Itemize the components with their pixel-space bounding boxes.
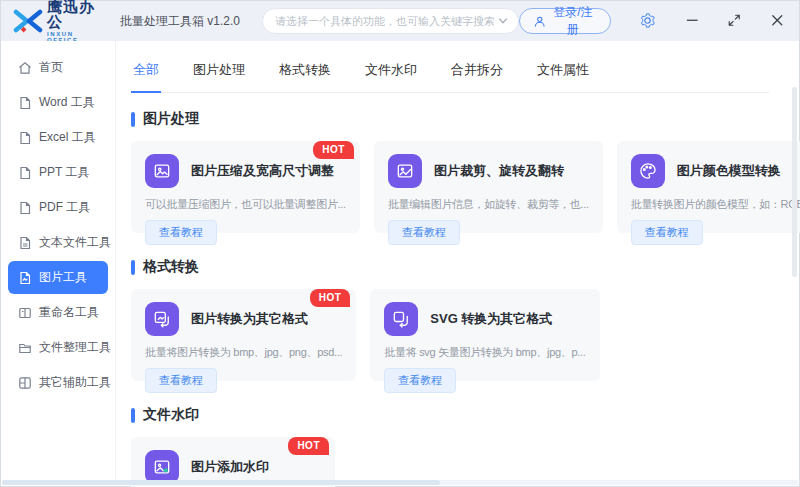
sidebar-item-label: Excel 工具 bbox=[39, 129, 96, 146]
section-accent-bar bbox=[131, 112, 135, 127]
sidebar-item-label: 首页 bbox=[39, 59, 63, 76]
tool-description: 批量将图片转换为 bmp、jpg、png、psd... bbox=[145, 345, 342, 360]
word-doc-icon bbox=[18, 96, 32, 110]
card-grid: HOT 图片转换为其它格式 批量将图片转换为 bmp、jpg、png、psd..… bbox=[131, 289, 771, 381]
tool-card-image-crop-rotate-flip[interactable]: 图片裁剪、旋转及翻转 批量编辑图片信息，如旋转、裁剪等，也... 查看教程 bbox=[374, 141, 603, 233]
tab-merge-split[interactable]: 合并拆分 bbox=[449, 51, 505, 93]
rename-icon bbox=[18, 306, 32, 320]
sidebar-item-home[interactable]: 首页 bbox=[8, 51, 108, 84]
tool-title: 图片压缩及宽高尺寸调整 bbox=[191, 162, 334, 180]
tool-card-image-convert[interactable]: HOT 图片转换为其它格式 批量将图片转换为 bmp、jpg、png、psd..… bbox=[131, 289, 356, 381]
section-title-text: 格式转换 bbox=[143, 258, 199, 276]
section-title-text: 文件水印 bbox=[143, 406, 199, 424]
tab-file-watermark[interactable]: 文件水印 bbox=[363, 51, 419, 93]
sidebar-item-pdf-tools[interactable]: PDF 工具 bbox=[8, 191, 108, 224]
hot-badge: HOT bbox=[288, 437, 329, 455]
tab-file-properties[interactable]: 文件属性 bbox=[535, 51, 591, 93]
hot-badge: HOT bbox=[310, 289, 351, 307]
section-accent-bar bbox=[131, 260, 135, 275]
tool-description: 批量转换图片的颜色模型，如：RGB、CM... bbox=[631, 197, 800, 212]
login-register-button[interactable]: 登录/注册 bbox=[519, 8, 611, 34]
tool-description: 可以批量压缩图片，也可以批量调整图片... bbox=[145, 197, 346, 212]
sidebar-item-ppt-tools[interactable]: PPT 工具 bbox=[8, 156, 108, 189]
folder-icon bbox=[18, 341, 32, 355]
settings-button[interactable] bbox=[639, 12, 656, 30]
brand: 鹰迅办公 INXUN OFFICE bbox=[47, 0, 108, 43]
pdf-doc-icon bbox=[18, 201, 32, 215]
tool-title: 图片添加水印 bbox=[191, 458, 269, 476]
tool-card-image-color-model[interactable]: 图片颜色模型转换 批量转换图片的颜色模型，如：RGB、CM... 查看教程 bbox=[617, 141, 800, 233]
category-tabbar: 全部 图片处理 格式转换 文件水印 合并拆分 文件属性 bbox=[131, 51, 769, 93]
svg-convert-icon bbox=[384, 302, 418, 336]
palette-icon bbox=[631, 154, 665, 188]
image-tools-icon bbox=[18, 271, 32, 285]
search-input[interactable] bbox=[275, 15, 498, 27]
view-tutorial-button[interactable]: 查看教程 bbox=[384, 368, 456, 393]
sidebar-item-label: 重命名工具 bbox=[39, 304, 99, 321]
app-window: 鹰迅办公 INXUN OFFICE 批量处理工具箱 v1.2.0 登录/注册 bbox=[0, 0, 800, 487]
sidebar-item-word-tools[interactable]: Word 工具 bbox=[8, 86, 108, 119]
tool-card-svg-convert[interactable]: SVG 转换为其它格式 批量将 svg 矢量图片转换为 bmp、jpg、p...… bbox=[370, 289, 599, 381]
hot-badge: HOT bbox=[313, 141, 354, 159]
home-icon bbox=[18, 61, 32, 75]
inxun-logo-icon bbox=[13, 8, 43, 34]
horizontal-scrollbar-track[interactable] bbox=[2, 480, 798, 485]
sidebar-item-label: Word 工具 bbox=[39, 94, 95, 111]
close-button[interactable] bbox=[771, 14, 784, 28]
sidebar-item-image-tools[interactable]: 图片工具 bbox=[8, 261, 108, 294]
view-tutorial-button[interactable]: 查看教程 bbox=[388, 220, 460, 245]
view-tutorial-button[interactable]: 查看教程 bbox=[631, 220, 703, 245]
other-tools-icon bbox=[18, 376, 32, 390]
sidebar-item-label: 图片工具 bbox=[39, 269, 87, 286]
sidebar: 首页 Word 工具 Excel 工具 PPT 工具 bbox=[1, 41, 116, 486]
ppt-doc-icon bbox=[18, 166, 32, 180]
tool-card-image-compress-resize[interactable]: HOT 图片压缩及宽高尺寸调整 可以批量压缩图片，也可以批量调整图片... 查看… bbox=[131, 141, 360, 233]
app-title: 批量处理工具箱 v1.2.0 bbox=[120, 13, 240, 30]
sidebar-item-text-file-tools[interactable]: 文本文件工具 bbox=[8, 226, 108, 259]
body: 首页 Word 工具 Excel 工具 PPT 工具 bbox=[1, 41, 799, 486]
tab-all[interactable]: 全部 bbox=[131, 51, 161, 93]
image-resize-icon bbox=[145, 154, 179, 188]
chevron-down-icon bbox=[498, 16, 508, 26]
tool-description: 批量将 svg 矢量图片转换为 bmp、jpg、p... bbox=[384, 345, 585, 360]
image-watermark-icon bbox=[145, 450, 179, 484]
maximize-restore-icon bbox=[728, 14, 741, 27]
minimize-button[interactable] bbox=[686, 14, 699, 28]
sidebar-item-rename-tools[interactable]: 重命名工具 bbox=[8, 296, 108, 329]
sidebar-item-label: 文本文件工具 bbox=[39, 234, 111, 251]
titlebar: 鹰迅办公 INXUN OFFICE 批量处理工具箱 v1.2.0 登录/注册 bbox=[1, 1, 799, 41]
titlebar-right: 登录/注册 bbox=[519, 8, 783, 34]
sidebar-item-other-tools[interactable]: 其它辅助工具 bbox=[8, 366, 108, 399]
section-title-format-conversion: 格式转换 bbox=[131, 258, 771, 276]
tool-title: 图片颜色模型转换 bbox=[677, 162, 781, 180]
section-title-text: 图片处理 bbox=[143, 110, 199, 128]
tool-title: SVG 转换为其它格式 bbox=[430, 310, 552, 328]
section-title-file-watermark: 文件水印 bbox=[131, 406, 771, 424]
sidebar-item-label: PDF 工具 bbox=[39, 199, 90, 216]
view-tutorial-button[interactable]: 查看教程 bbox=[145, 220, 217, 245]
login-register-label: 登录/注册 bbox=[550, 4, 595, 38]
sidebar-item-excel-tools[interactable]: Excel 工具 bbox=[8, 121, 108, 154]
maximize-restore-button[interactable] bbox=[728, 14, 741, 28]
section-title-image-processing: 图片处理 bbox=[131, 110, 771, 128]
tab-image-processing[interactable]: 图片处理 bbox=[191, 51, 247, 93]
tool-title: 图片裁剪、旋转及翻转 bbox=[434, 162, 564, 180]
brand-name: 鹰迅办公 bbox=[47, 0, 108, 29]
close-icon bbox=[771, 14, 784, 27]
horizontal-scrollbar-thumb[interactable] bbox=[2, 480, 440, 485]
minimize-icon bbox=[686, 14, 699, 27]
tool-title: 图片转换为其它格式 bbox=[191, 310, 308, 328]
user-icon bbox=[534, 15, 546, 28]
tab-format-conversion[interactable]: 格式转换 bbox=[277, 51, 333, 93]
main-content: 全部 图片处理 格式转换 文件水印 合并拆分 文件属性 图片处理 HOT bbox=[116, 41, 799, 486]
sidebar-item-label: 文件整理工具 bbox=[39, 339, 111, 356]
text-file-icon bbox=[18, 236, 32, 250]
excel-doc-icon bbox=[18, 131, 32, 145]
function-search-select[interactable] bbox=[262, 8, 519, 34]
sidebar-item-label: PPT 工具 bbox=[39, 164, 89, 181]
vertical-scrollbar[interactable] bbox=[792, 87, 797, 277]
sidebar-item-label: 其它辅助工具 bbox=[39, 374, 111, 391]
tool-description: 批量编辑图片信息，如旋转、裁剪等，也... bbox=[388, 197, 589, 212]
view-tutorial-button[interactable]: 查看教程 bbox=[145, 368, 217, 393]
sidebar-item-file-organize-tools[interactable]: 文件整理工具 bbox=[8, 331, 108, 364]
